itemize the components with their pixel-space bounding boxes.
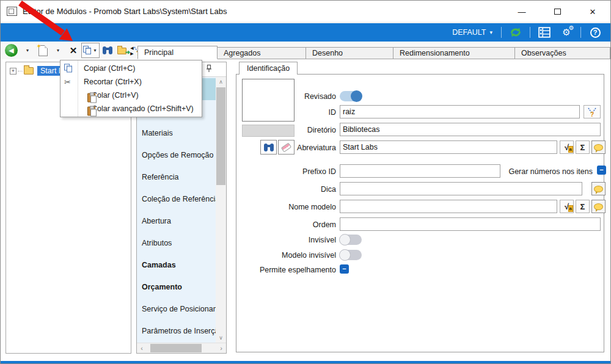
tab-identificacao[interactable]: Identificação — [239, 62, 298, 75]
ordem-input[interactable] — [340, 217, 601, 231]
chevron-down-icon: ▾ — [489, 29, 492, 35]
copy-split-button[interactable]: ▾ — [81, 43, 100, 58]
default-profile-dropdown[interactable]: DEFAULT ▾ — [450, 28, 495, 37]
delete-button[interactable]: ✕ — [66, 43, 81, 58]
horizontal-scrollbar[interactable]: ‹ › — [137, 343, 226, 353]
maximize-button[interactable] — [540, 1, 575, 23]
help-icon: ? — [590, 27, 601, 38]
folder-icon — [24, 67, 34, 75]
section-item[interactable]: Materiais — [137, 122, 216, 144]
tab-redimensionamento[interactable]: Redimensionamento — [393, 47, 515, 59]
nome-modelo-input[interactable] — [340, 200, 557, 213]
tab-principal[interactable]: Principal — [137, 46, 218, 59]
scroll-left-icon[interactable]: ‹ — [137, 344, 147, 352]
expand-icon[interactable]: + — [10, 68, 16, 75]
nome-modelo-formula-button[interactable]: √a — [560, 200, 574, 213]
permite-espelhamento-label: Permite espelhamento — [243, 266, 336, 274]
tab-strip: Principal Agregados Desenho Redimensiona… — [137, 46, 610, 59]
section-item[interactable]: Coleção de Referências — [137, 188, 216, 210]
sqrt-icon: √a — [565, 202, 569, 211]
close-button[interactable]: ✕ — [575, 1, 610, 23]
scrollbar-thumb[interactable] — [216, 87, 225, 185]
section-item[interactable]: Abertura — [137, 210, 216, 232]
back-icon: ◀ — [5, 44, 18, 57]
back-button[interactable]: ◀ — [3, 43, 20, 58]
invisivel-toggle[interactable] — [340, 235, 362, 245]
section-item[interactable]: Opções de Remoção — [137, 144, 216, 166]
identification-groupbox: Revisado ID ? Diretório Ab — [236, 74, 604, 352]
properties-table-button[interactable] — [536, 25, 552, 40]
prefixo-id-label: Prefixo ID — [243, 167, 336, 176]
tool-band: ◀ ▾ ✶ ▾ ✕ ▾ ➜ — [1, 42, 610, 59]
menu-item-label: Colar avançado (Ctrl+Shift+V) — [92, 104, 194, 113]
section-item[interactable]: Referência — [137, 166, 216, 188]
section-item[interactable]: Atributos — [137, 232, 216, 254]
dica-input[interactable] — [340, 182, 582, 195]
refresh-icon — [509, 26, 522, 39]
chevron-down-icon: ▾ — [92, 48, 98, 53]
help-button[interactable]: ? — [587, 25, 603, 40]
section-item[interactable]: Serviço de Posicionamen — [137, 298, 216, 320]
abreviatura-input[interactable] — [340, 140, 557, 154]
dica-translation-button[interactable] — [591, 182, 606, 195]
id-input[interactable] — [340, 105, 580, 118]
abreviatura-formula-button[interactable]: √a — [560, 140, 574, 154]
menu-item-recortar[interactable]: ✂ Recortar (Ctrl+X) — [60, 75, 202, 89]
scroll-up-icon[interactable]: ∧ — [216, 77, 226, 87]
permite-espelhamento-checkbox[interactable]: − — [340, 264, 349, 274]
tab-scroll-buttons[interactable]: ◀ ▶ — [128, 44, 136, 57]
scroll-down-icon[interactable]: ∨ — [216, 333, 226, 343]
find-button[interactable] — [100, 43, 115, 58]
revisado-label: Revisado — [243, 92, 336, 101]
binoculars-icon — [103, 46, 112, 54]
tab-scroll-left-icon: ◀ — [130, 45, 133, 51]
sqrt-icon: √a — [565, 143, 569, 152]
scroll-right-icon[interactable]: › — [216, 344, 226, 352]
section-item[interactable]: Orçamento — [137, 276, 216, 298]
nome-modelo-translation-button[interactable] — [591, 200, 606, 213]
paste-icon — [87, 93, 95, 102]
menu-item-colar-avancado[interactable]: Colar avançado (Ctrl+Shift+V) — [60, 102, 202, 115]
section-item[interactable]: Camadas — [137, 254, 216, 276]
menu-item-copiar[interactable]: Copiar (Ctrl+C) — [60, 62, 202, 75]
nome-modelo-sigma-button[interactable]: Σ — [576, 200, 590, 213]
app-icon — [7, 7, 17, 16]
default-profile-label: DEFAULT — [452, 28, 486, 37]
menu-item-label: Copiar (Ctrl+C) — [84, 64, 135, 73]
scrollbar-thumb[interactable] — [150, 344, 202, 352]
section-item[interactable]: Parâmetros de Inserção — [137, 320, 216, 342]
settings-button[interactable]: ⚙ ⚙ — [558, 25, 574, 40]
tab-desenho[interactable]: Desenho — [306, 47, 393, 59]
pin-icon[interactable] — [205, 64, 213, 75]
window-bottom-accent — [1, 361, 610, 363]
menu-item-colar[interactable]: Colar (Ctrl+V) — [60, 89, 202, 102]
modelo-invisivel-toggle[interactable] — [340, 250, 362, 260]
prefixo-id-input[interactable] — [340, 164, 500, 178]
maximize-icon — [554, 9, 561, 15]
toolbar: ◀ ▾ ✶ ▾ ✕ ▾ ➜ — [3, 42, 145, 59]
abreviatura-sigma-button[interactable]: Σ — [576, 140, 590, 154]
copy-icon — [83, 46, 92, 55]
revisado-toggle[interactable] — [340, 91, 362, 101]
new-item-dropdown[interactable]: ▾ — [51, 43, 65, 58]
tab-agregados[interactable]: Agregados — [218, 47, 306, 59]
tab-scroll-right-icon: ▶ — [130, 51, 133, 56]
refresh-button[interactable] — [508, 25, 524, 40]
copy-icon — [64, 64, 73, 73]
back-dropdown[interactable]: ▾ — [20, 43, 35, 58]
tree-connector — [18, 71, 23, 71]
ordem-label: Ordem — [243, 220, 336, 229]
replace-id-field-button[interactable]: ? — [584, 105, 601, 118]
vertical-scrollbar[interactable]: ∧ ∨ — [216, 77, 226, 343]
speech-balloon-icon — [594, 186, 603, 192]
new-item-button[interactable]: ✶ — [35, 43, 50, 58]
abreviatura-translation-button[interactable] — [591, 140, 606, 154]
toggle-knob — [339, 234, 351, 246]
modelo-invisivel-label: Modelo invisível — [243, 251, 336, 260]
tab-observacoes[interactable]: Observações — [515, 47, 610, 59]
gerar-numeros-checkbox[interactable]: − — [597, 166, 606, 175]
diretorio-input[interactable] — [340, 123, 601, 136]
minimize-button[interactable]: — — [504, 1, 540, 23]
window-controls: — ✕ — [504, 1, 610, 23]
scissors-icon: ✂ — [64, 78, 71, 87]
